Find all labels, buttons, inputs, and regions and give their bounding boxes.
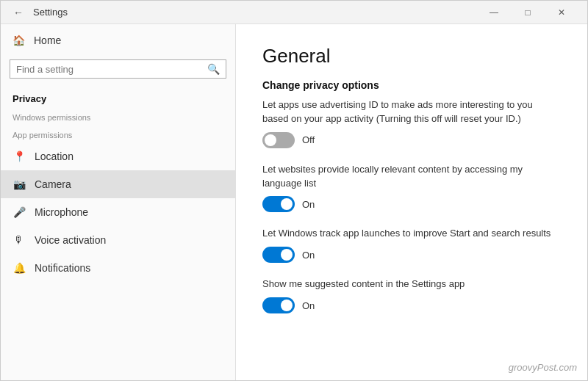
setting-desc-language-list: Let websites provide locally relevant co… (262, 163, 561, 191)
search-box[interactable]: 🔍 (10, 59, 226, 79)
camera-icon: 📷 (12, 178, 26, 191)
sidebar-item-microphone[interactable]: 🎤 Microphone (1, 198, 235, 226)
location-icon: 📍 (12, 150, 26, 163)
sidebar-item-home[interactable]: 🏠 Home (1, 24, 235, 57)
section-title: Change privacy options (262, 79, 561, 91)
toggle-thumb-advertising-id (265, 134, 276, 146)
minimize-button[interactable]: — (477, 1, 511, 24)
watermark: groovyPost.com (509, 362, 577, 373)
maximize-button[interactable]: □ (511, 1, 545, 24)
setting-desc-app-launches: Let Windows track app launches to improv… (262, 227, 561, 241)
microphone-icon: 🎤 (12, 206, 26, 219)
home-icon: 🏠 (12, 35, 25, 46)
toggle-label-advertising-id: Off (302, 134, 315, 145)
toggle-row-app-launches: On (262, 247, 561, 263)
voice-activation-icon: 🎙 (12, 233, 26, 247)
toggle-thumb-suggested-content (281, 300, 293, 311)
app-permissions-label: App permissions (1, 125, 235, 142)
toggle-language-list[interactable] (262, 196, 295, 212)
sidebar-item-label-location: Location (35, 150, 74, 162)
sidebar-items-list: 📍 Location 📷 Camera 🎤 Microphone 🎙 Voice… (1, 142, 235, 282)
toggle-row-language-list: On (262, 196, 561, 212)
search-input[interactable] (16, 64, 207, 75)
setting-desc-advertising-id: Let apps use advertising ID to make ads … (262, 98, 561, 126)
window-controls: — □ ✕ (477, 1, 578, 24)
toggle-label-suggested-content: On (302, 300, 315, 311)
toggle-app-launches[interactable] (262, 247, 295, 263)
sidebar-item-notifications[interactable]: 🔔 Notifications (1, 254, 235, 282)
toggle-thumb-app-launches (281, 249, 293, 261)
sidebar-home-label: Home (34, 35, 61, 46)
toggle-label-app-launches: On (302, 250, 315, 261)
windows-permissions-label: Windows permissions (1, 107, 235, 125)
privacy-label: Privacy (1, 86, 235, 107)
setting-desc-suggested-content: Show me suggested content in the Setting… (262, 277, 561, 291)
sidebar-item-label-camera: Camera (35, 178, 71, 190)
notifications-icon: 🔔 (12, 261, 26, 275)
settings-blocks: Let apps use advertising ID to make ads … (262, 98, 561, 313)
toggle-suggested-content[interactable] (262, 297, 295, 313)
toggle-row-suggested-content: On (262, 297, 561, 313)
toggle-thumb-language-list (281, 198, 293, 210)
page-title: General (262, 45, 561, 68)
sidebar: 🏠 Home 🔍 Privacy Windows permissions App… (1, 24, 236, 380)
sidebar-item-voice-activation[interactable]: 🎙 Voice activation (1, 226, 235, 254)
sidebar-item-label-voice-activation: Voice activation (35, 234, 106, 246)
toggle-advertising-id[interactable] (262, 132, 295, 148)
close-button[interactable]: ✕ (545, 1, 578, 24)
setting-block-advertising-id: Let apps use advertising ID to make ads … (262, 98, 561, 148)
titlebar: ← Settings — □ ✕ (1, 1, 587, 24)
sidebar-item-label-microphone: Microphone (35, 206, 88, 218)
setting-block-app-launches: Let Windows track app launches to improv… (262, 227, 561, 263)
content-area: 🏠 Home 🔍 Privacy Windows permissions App… (1, 24, 587, 380)
sidebar-item-label-notifications: Notifications (35, 262, 90, 274)
sidebar-item-camera[interactable]: 📷 Camera (1, 170, 235, 198)
toggle-row-advertising-id: Off (262, 132, 561, 148)
sidebar-item-location[interactable]: 📍 Location (1, 142, 235, 170)
settings-window: ← Settings — □ ✕ 🏠 Home 🔍 Privacy Window… (0, 0, 588, 381)
setting-block-suggested-content: Show me suggested content in the Setting… (262, 277, 561, 313)
setting-block-language-list: Let websites provide locally relevant co… (262, 163, 561, 213)
search-icon: 🔍 (207, 63, 220, 75)
back-button[interactable]: ← (10, 4, 27, 21)
window-title: Settings (33, 7, 68, 18)
toggle-label-language-list: On (302, 199, 315, 210)
main-content: General Change privacy options Let apps … (236, 24, 587, 380)
